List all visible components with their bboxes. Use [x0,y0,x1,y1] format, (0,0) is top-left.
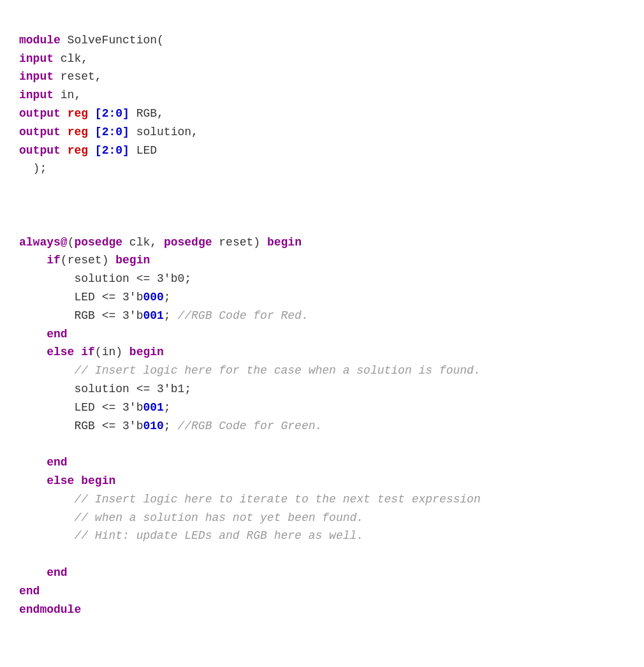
code-line: // Insert logic here to iterate to the n… [19,490,625,509]
code-text [61,126,68,138]
code-line: // when a solution has not yet been foun… [19,509,625,527]
code-text [74,474,81,487]
code-line: // Insert logic here for the case when a… [19,362,625,380]
code-text: LED <= 3'b [74,401,143,414]
code-text: solution, [129,126,198,138]
code-line: end [19,453,625,472]
indent [19,254,47,267]
code-line: end [19,325,625,344]
code-text: RGB <= 3'b [74,420,143,432]
code-text: SolveFunction( [61,34,164,47]
code-line [19,178,625,196]
keyword-purple: end [19,585,40,597]
keyword-purple: begin [81,474,115,487]
code-line: ); [19,159,625,178]
code-line: solution <= 3'b0; [19,270,625,288]
code-text [88,126,95,138]
code-text: LED <= 3'b [74,291,143,304]
code-text [61,107,68,120]
code-text: ; [164,401,171,414]
code-line: else if(in) begin [19,343,625,362]
code-text: clk, [54,52,88,65]
keyword-purple: posedge [74,236,122,249]
code-line: RGB <= 3'b001; //RGB Code for Red. [19,307,625,325]
keyword-blue: [2:0] [95,107,129,120]
code-text: RGB, [129,107,164,120]
keyword-purple: posedge [164,236,212,249]
code-text [61,144,68,157]
keyword-purple: endmodule [19,603,81,616]
indent [19,309,74,322]
keyword-red: reg [68,144,88,157]
indent [19,566,47,579]
keyword-purple: module [19,34,61,47]
keyword-blue: 010 [143,420,163,432]
indent [19,493,74,506]
code-line: if(reset) begin [19,251,625,270]
indent [19,346,47,358]
keyword-purple: begin [267,236,302,249]
code-line: // Hint: update LEDs and RGB here as wel… [19,527,625,545]
keyword-purple: end [47,566,67,579]
comment: // Hint: update LEDs and RGB here as wel… [74,529,363,542]
code-line [19,215,625,233]
code-line: else begin [19,472,625,490]
code-line: module SolveFunction( [19,31,625,50]
comment: // Insert logic here to iterate to the n… [74,493,480,506]
code-line: output reg [2:0] solution, [19,123,625,142]
code-text: solution <= 3'b0; [74,272,191,285]
indent [19,328,47,341]
code-text: LED [129,144,157,157]
code-text: solution <= 3'b1; [74,383,191,395]
code-text: clk, [122,236,164,249]
keyword-purple: input [19,70,54,83]
indent [19,383,74,395]
keyword-purple: begin [115,254,150,267]
code-line [19,545,625,564]
keyword-purple: output [19,126,61,138]
keyword-red: reg [68,107,88,120]
indent [19,364,74,377]
keyword-purple: begin [129,346,164,358]
code-text [88,144,95,157]
keyword-red: reg [68,126,88,138]
keyword-purple: end [47,456,67,469]
code-line: input in, [19,86,625,105]
code-line: solution <= 3'b1; [19,380,625,399]
code-text [88,107,95,120]
code-line [19,435,625,453]
indent [19,401,74,414]
keyword-purple: output [19,107,61,120]
code-line: RGB <= 3'b010; //RGB Code for Green. [19,417,625,436]
keyword-purple: input [19,52,54,65]
code-line: always@(posedge clk, posedge reset) begi… [19,233,625,252]
code-line: output reg [2:0] RGB, [19,105,625,123]
code-text: ( [68,236,75,249]
keyword-purple: output [19,144,61,157]
code-line: end [19,582,625,601]
comment: // when a solution has not yet been foun… [74,511,363,524]
keyword-blue: [2:0] [95,126,129,138]
keyword-purple: else [47,474,74,487]
keyword-purple: else if [47,346,95,358]
code-text: ; [164,291,171,304]
indent [19,511,74,524]
code-line: LED <= 3'b001; [19,399,625,417]
code-text: in, [54,89,81,101]
code-text: (in) [95,346,129,358]
indent [19,474,47,487]
code-line: end [19,564,625,582]
keyword-purple: input [19,89,54,101]
keyword-purple: if [47,254,61,267]
keyword-blue: 001 [143,401,163,414]
indent [19,529,74,542]
code-line: output reg [2:0] LED [19,142,625,160]
code-line: endmodule [19,601,625,619]
keyword-blue: [2:0] [95,144,129,157]
keyword-blue: 001 [143,309,163,322]
code-text: ; [164,309,178,322]
comment: //RGB Code for Green. [177,420,322,432]
comment: // Insert logic here for the case when a… [74,364,480,377]
indent [19,291,74,304]
code-text: ); [19,162,47,175]
